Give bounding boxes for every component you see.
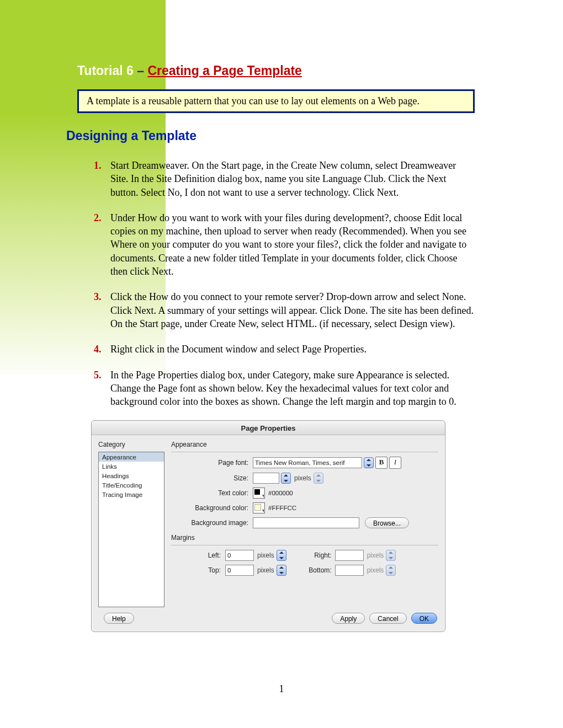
list-item[interactable]: Title/Encoding — [99, 480, 164, 490]
unit-stepper[interactable] — [277, 565, 286, 576]
list-item[interactable]: Tracing Image — [99, 490, 164, 499]
bg-color-label: Background color: — [171, 504, 253, 512]
margin-bottom-field[interactable] — [335, 565, 364, 576]
page-font-field[interactable]: Times New Roman, Times, serif — [253, 457, 362, 468]
margin-right-label: Right: — [303, 552, 332, 559]
help-button[interactable]: Help — [104, 613, 134, 624]
title-dash: – — [134, 63, 148, 78]
margin-top-field[interactable]: 0 — [225, 565, 254, 576]
margin-unit: pixels — [367, 566, 384, 574]
unit-stepper[interactable] — [386, 565, 396, 576]
document-content: Tutorial 6 – Creating a Page Template A … — [77, 63, 475, 632]
bg-image-field[interactable] — [253, 517, 359, 528]
font-stepper[interactable] — [364, 457, 374, 468]
step-item: 1.Start Dreamweaver. On the Start page, … — [94, 159, 475, 199]
step-text: Click the How do you connect to your rem… — [110, 291, 474, 329]
section-heading: Designing a Template — [66, 129, 475, 143]
bg-color-swatch[interactable] — [253, 502, 265, 513]
margin-unit: pixels — [257, 552, 274, 559]
step-item: 4.Right click in the Document window and… — [94, 342, 475, 356]
bg-image-label: Background image: — [171, 519, 253, 527]
apply-button[interactable]: Apply — [332, 613, 365, 624]
size-unit: pixels — [294, 474, 311, 482]
size-label: Size: — [171, 474, 253, 482]
title-red: Creating a Page Template — [147, 63, 302, 78]
dialog-title: Page Properties — [92, 421, 445, 435]
group-appearance-label: Appearance — [171, 441, 438, 448]
margin-top-label: Top: — [171, 566, 225, 574]
callout-box: A template is a reusable pattern that yo… — [77, 89, 475, 113]
category-list[interactable]: Appearance Links Headings Title/Encoding… — [98, 452, 164, 607]
margin-unit: pixels — [367, 552, 384, 559]
text-color-hex: #000000 — [268, 490, 293, 496]
page-title: Tutorial 6 – Creating a Page Template — [77, 63, 475, 78]
margin-left-field[interactable]: 0 — [225, 550, 254, 561]
bg-color-hex: #FFFFCC — [268, 505, 296, 511]
margin-right-field[interactable] — [335, 550, 364, 561]
steps-list: 1.Start Dreamweaver. On the Start page, … — [94, 159, 475, 408]
margin-unit: pixels — [257, 566, 274, 574]
unit-stepper[interactable] — [277, 550, 286, 561]
cancel-button[interactable]: Cancel — [369, 613, 406, 624]
size-field[interactable] — [253, 473, 279, 484]
size-stepper[interactable] — [281, 473, 291, 484]
list-item[interactable]: Appearance — [99, 452, 164, 462]
step-item: 3.Click the How do you connect to your r… — [94, 290, 475, 330]
step-text: In the Page Properties dialog box, under… — [110, 370, 456, 408]
bold-button[interactable]: B — [375, 457, 387, 469]
unit-stepper[interactable] — [386, 550, 396, 561]
browse-button[interactable]: Browse... — [365, 517, 409, 528]
ok-button[interactable]: OK — [411, 613, 437, 624]
text-color-label: Text color: — [171, 489, 253, 497]
text-color-swatch[interactable] — [253, 488, 265, 499]
italic-button[interactable]: I — [389, 457, 401, 469]
unit-stepper[interactable] — [314, 473, 323, 484]
step-item: 5.In the Page Properties dialog box, und… — [94, 368, 475, 409]
page-number: 1 — [0, 683, 563, 695]
margin-bottom-label: Bottom: — [303, 566, 332, 574]
step-text: Right click in the Document window and s… — [110, 344, 367, 355]
category-label: Category — [98, 441, 164, 448]
page-font-label: Page font: — [171, 459, 253, 467]
margins-label: Margins — [171, 534, 438, 542]
list-item[interactable]: Links — [99, 462, 164, 471]
step-text: Under How do you want to work with your … — [110, 212, 466, 277]
list-item[interactable]: Headings — [99, 471, 164, 480]
margin-left-label: Left: — [171, 552, 225, 559]
tutorial-label: Tutorial 6 — [77, 63, 134, 78]
step-item: 2.Under How do you want to work with you… — [94, 211, 475, 278]
page-properties-dialog: Page Properties Category Appearance Link… — [91, 420, 445, 632]
step-text: Start Dreamweaver. On the Start page, in… — [110, 160, 456, 198]
